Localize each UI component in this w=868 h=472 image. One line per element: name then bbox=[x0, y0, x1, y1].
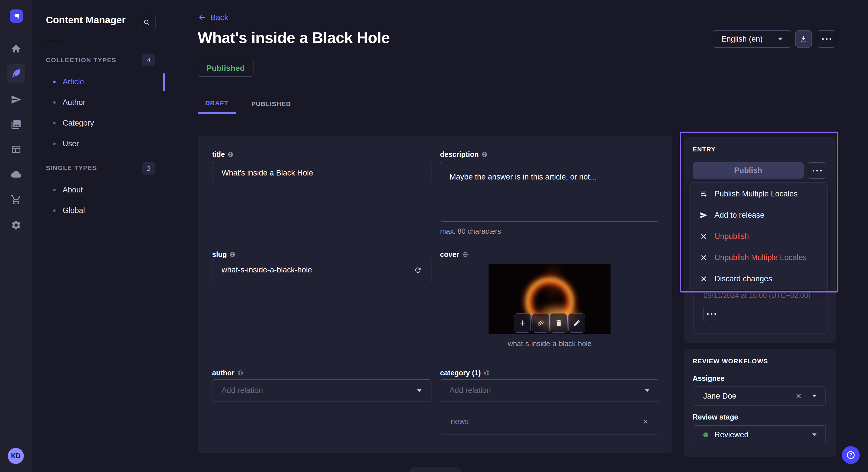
description-helper: max. 80 characters bbox=[440, 227, 501, 235]
cover-filename: what-s-inside-a-black-hole bbox=[440, 339, 659, 348]
download-icon bbox=[800, 35, 807, 43]
status-badge: Published bbox=[198, 60, 253, 76]
section-single-types: SINGLE TYPES bbox=[46, 164, 97, 172]
globe-icon bbox=[237, 370, 243, 376]
media-library-icon[interactable] bbox=[8, 116, 24, 133]
menu-item-unpublish-multiple-locales[interactable]: Unpublish Multiple Locales bbox=[689, 247, 827, 268]
ellipsis-icon bbox=[813, 170, 822, 171]
info-more-button[interactable] bbox=[704, 306, 719, 322]
published-date: 09/11/2024 at 16:00 (UTC+02:00) bbox=[704, 291, 811, 300]
tab-draft[interactable]: DRAFT bbox=[198, 94, 236, 114]
relation-news-link[interactable]: news bbox=[451, 417, 469, 426]
sidebar-item-about[interactable]: About bbox=[32, 179, 165, 200]
author-relation-input[interactable]: Add relation bbox=[212, 379, 431, 401]
assignee-label: Assignee bbox=[693, 374, 724, 382]
category-field-label: category (1) bbox=[440, 369, 490, 377]
sidebar-item-global[interactable]: Global bbox=[32, 200, 165, 221]
header-more-button[interactable] bbox=[818, 30, 835, 47]
plus-icon bbox=[519, 319, 526, 327]
next-section-peek bbox=[408, 467, 463, 472]
description-textarea[interactable]: Maybe the answer is in this article, or … bbox=[440, 162, 659, 222]
review-heading: REVIEW WORKFLOWS bbox=[693, 358, 768, 365]
back-link[interactable]: Back bbox=[198, 13, 228, 22]
logo-glyph bbox=[12, 12, 21, 20]
list-plus-icon bbox=[700, 190, 708, 198]
slug-input[interactable]: what-s-inside-a-black-hole bbox=[212, 259, 431, 281]
help-button[interactable] bbox=[842, 446, 860, 464]
send-icon bbox=[700, 211, 708, 219]
category-relation-input[interactable]: Add relation bbox=[440, 379, 659, 401]
x-icon bbox=[700, 233, 708, 240]
caret-down-icon bbox=[417, 389, 422, 392]
home-icon[interactable] bbox=[8, 41, 24, 57]
globe-icon bbox=[228, 151, 234, 158]
subnav-panel: Content Manager COLLECTION TYPES 4 Artic… bbox=[32, 0, 165, 472]
menu-item-publish-multiple-locales[interactable]: Publish Multiple Locales bbox=[689, 183, 827, 204]
sidebar-item-user[interactable]: User bbox=[32, 133, 165, 154]
link-icon bbox=[537, 319, 545, 327]
search-button[interactable] bbox=[138, 14, 156, 31]
single-types-count: 2 bbox=[143, 162, 155, 175]
x-icon bbox=[700, 275, 708, 283]
active-indicator bbox=[163, 73, 165, 91]
content-type-builder-icon[interactable] bbox=[8, 141, 24, 158]
entry-more-button[interactable] bbox=[808, 162, 826, 179]
globe-icon bbox=[462, 251, 468, 258]
locale-select[interactable]: English (en) bbox=[713, 30, 791, 47]
globe-icon bbox=[484, 370, 490, 376]
add-asset-button[interactable] bbox=[514, 313, 531, 333]
publish-button[interactable]: Publish bbox=[693, 162, 804, 179]
menu-item-unpublish[interactable]: Unpublish bbox=[689, 226, 827, 247]
divider bbox=[0, 33, 32, 33]
sidebar-item-category[interactable]: Category bbox=[32, 113, 165, 133]
author-field-label: author bbox=[212, 369, 243, 377]
review-workflows-panel: REVIEW WORKFLOWS Assignee Jane Doe Revie… bbox=[684, 349, 836, 458]
settings-gear-icon[interactable] bbox=[8, 217, 24, 233]
review-stage-combobox[interactable]: Reviewed bbox=[693, 425, 826, 444]
bullet-icon bbox=[53, 142, 56, 145]
stage-status-dot bbox=[703, 432, 708, 437]
delete-asset-button[interactable] bbox=[550, 313, 567, 333]
title-input[interactable]: What's inside a Black Hole bbox=[212, 162, 431, 184]
tab-published[interactable]: PUBLISHED bbox=[244, 94, 299, 114]
divider bbox=[0, 440, 32, 440]
clear-icon[interactable] bbox=[795, 393, 802, 400]
entry-form-card: title What's inside a Black Hole descrip… bbox=[198, 136, 672, 453]
assignee-combobox[interactable]: Jane Doe bbox=[693, 386, 826, 405]
regenerate-icon[interactable] bbox=[414, 266, 422, 274]
title-field-label: title bbox=[212, 150, 234, 159]
content-manager-icon[interactable] bbox=[7, 64, 25, 82]
releases-icon[interactable] bbox=[8, 92, 24, 107]
cover-field: what-s-inside-a-black-hole bbox=[440, 259, 659, 353]
ellipsis-icon bbox=[822, 38, 831, 40]
single-types-list: About Global bbox=[32, 179, 165, 221]
bullet-icon bbox=[53, 80, 56, 83]
marketplace-cart-icon[interactable] bbox=[8, 192, 24, 208]
edit-asset-button[interactable] bbox=[568, 313, 585, 333]
collection-types-count: 4 bbox=[143, 54, 155, 66]
copy-link-button[interactable] bbox=[532, 313, 549, 333]
menu-item-discard-changes[interactable]: Discard changes bbox=[689, 268, 827, 289]
question-icon bbox=[846, 450, 856, 460]
slug-field-label: slug bbox=[212, 250, 236, 259]
menu-item-add-to-release[interactable]: Add to release bbox=[689, 204, 827, 226]
user-avatar[interactable]: KD bbox=[8, 448, 24, 464]
sidebar-item-article[interactable]: Article bbox=[32, 71, 165, 92]
bullet-icon bbox=[53, 209, 56, 212]
version-tabs: DRAFT PUBLISHED bbox=[198, 94, 298, 114]
subnav-title: Content Manager bbox=[46, 14, 126, 26]
cover-field-label: cover bbox=[440, 250, 468, 259]
export-button[interactable] bbox=[795, 30, 812, 47]
cloud-icon[interactable] bbox=[8, 166, 24, 182]
arrow-left-icon bbox=[198, 13, 206, 22]
ellipsis-icon bbox=[707, 313, 716, 315]
bullet-icon bbox=[53, 122, 56, 125]
strapi-logo[interactable] bbox=[10, 9, 23, 23]
entry-heading: ENTRY bbox=[693, 146, 716, 153]
sidebar-item-author[interactable]: Author bbox=[32, 92, 165, 113]
category-relation-item: news bbox=[440, 409, 659, 435]
remove-relation-icon[interactable] bbox=[642, 419, 649, 425]
entry-actions-menu: Publish Multiple Locales Add to release … bbox=[689, 182, 828, 290]
trash-icon bbox=[555, 319, 563, 327]
description-field-label: description bbox=[440, 150, 488, 159]
